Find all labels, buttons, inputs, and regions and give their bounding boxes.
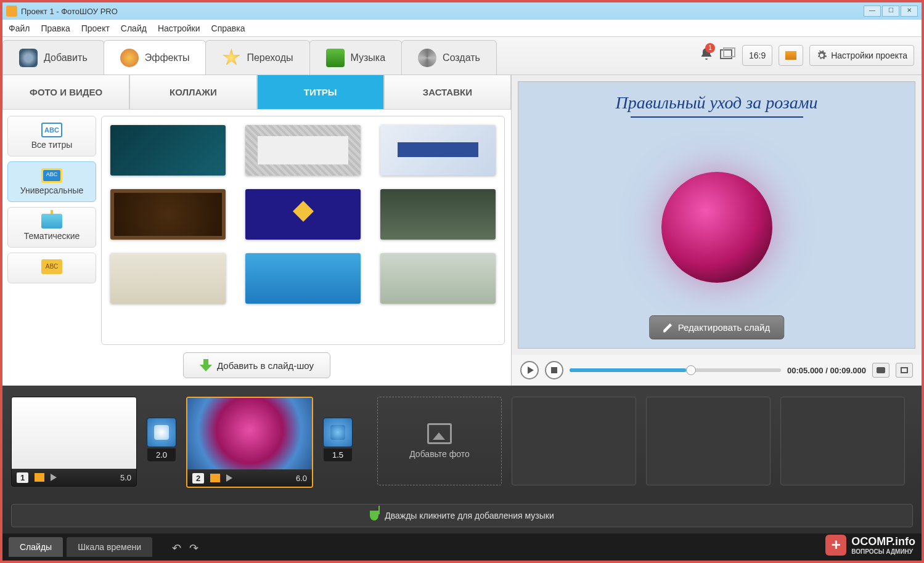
transition-duration[interactable]: 1.5 bbox=[324, 448, 352, 461]
redo-button[interactable]: ↷ bbox=[189, 541, 203, 553]
tab-transitions-label: Переходы bbox=[247, 52, 293, 63]
empty-slot[interactable] bbox=[646, 397, 771, 485]
subtab-splash[interactable]: ЗАСТАВКИ bbox=[384, 75, 511, 110]
category-more[interactable]: ABC bbox=[7, 253, 96, 283]
tab-effects[interactable]: Эффекты bbox=[104, 40, 206, 75]
edit-icon[interactable] bbox=[210, 474, 220, 482]
template-thumb[interactable] bbox=[380, 125, 496, 176]
slide-duration[interactable]: 6.0 bbox=[296, 474, 307, 483]
slide-duration[interactable]: 5.0 bbox=[120, 473, 131, 482]
subtab-photo-video[interactable]: ФОТО И ВИДЕО bbox=[2, 75, 129, 110]
bottom-bar: Слайды Шкала времени ↶ ↷ bbox=[2, 533, 922, 561]
edit-icon[interactable] bbox=[35, 473, 44, 482]
palette-icon bbox=[120, 49, 139, 67]
edit-slide-button[interactable]: Редактировать слайд bbox=[649, 315, 785, 339]
slide-thumb bbox=[187, 398, 312, 469]
slide-thumb bbox=[12, 397, 136, 469]
right-toolbar: 1 16:9 Настройки проекта bbox=[496, 36, 922, 75]
template-thumb[interactable] bbox=[245, 253, 361, 304]
time-display: 00:05.000 / 00:09.000 bbox=[787, 366, 866, 375]
play-button[interactable] bbox=[520, 361, 539, 379]
minimize-button[interactable]: — bbox=[864, 6, 881, 17]
timeline-slide[interactable]: 1 5.0 bbox=[11, 397, 137, 487]
transition-duration[interactable]: 2.0 bbox=[147, 448, 176, 461]
fullscreen-button[interactable] bbox=[896, 363, 913, 378]
reel-icon bbox=[418, 49, 436, 67]
undo-button[interactable]: ↶ bbox=[172, 541, 186, 553]
pencil-icon bbox=[663, 323, 673, 333]
sub-tabs: ФОТО И ВИДЕО КОЛЛАЖИ ТИТРЫ ЗАСТАВКИ bbox=[2, 75, 511, 110]
preview-pane: Правильный уход за розами Редактировать … bbox=[512, 75, 922, 386]
star-icon bbox=[222, 49, 240, 67]
transition-icon bbox=[154, 425, 169, 440]
gallery-button[interactable] bbox=[720, 47, 736, 63]
menu-help[interactable]: Справка bbox=[211, 23, 245, 33]
main-tabs: Добавить Эффекты Переходы Музыка Создать… bbox=[2, 37, 922, 75]
category-list: ABCВсе титры Универсальные Тематические … bbox=[2, 110, 101, 345]
watermark-badge-icon: + bbox=[825, 535, 846, 556]
category-all-titles[interactable]: ABCВсе титры bbox=[7, 116, 96, 156]
watermark-subtitle: ВОПРОСЫ АДМИНУ bbox=[851, 548, 915, 555]
watermark-title: OCOMP.info bbox=[851, 535, 915, 548]
add-photo-placeholder[interactable]: Добавьте фото bbox=[377, 397, 502, 485]
tab-create[interactable]: Создать bbox=[401, 40, 497, 75]
gear-icon bbox=[816, 50, 827, 61]
close-button[interactable]: ✕ bbox=[901, 6, 918, 17]
add-photo-label: Добавьте фото bbox=[409, 449, 470, 459]
camera-icon bbox=[877, 367, 885, 373]
preview-title: Правильный уход за розами bbox=[518, 93, 915, 118]
stop-button[interactable] bbox=[545, 361, 563, 379]
image-icon bbox=[427, 423, 452, 444]
template-thumb[interactable] bbox=[245, 189, 361, 240]
tab-music[interactable]: Музыка bbox=[309, 40, 403, 75]
menu-edit[interactable]: Правка bbox=[41, 23, 70, 33]
notifications-button[interactable]: 1 bbox=[699, 47, 714, 64]
template-thumb[interactable] bbox=[110, 125, 226, 176]
player-controls: 00:05.000 / 00:09.000 bbox=[512, 355, 922, 386]
template-thumb[interactable] bbox=[380, 253, 496, 304]
project-settings-button[interactable]: Настройки проекта bbox=[809, 45, 914, 66]
menu-bar: Файл Правка Проект Слайд Настройки Справ… bbox=[2, 20, 922, 37]
menu-file[interactable]: Файл bbox=[9, 23, 30, 33]
template-thumb[interactable] bbox=[380, 189, 496, 240]
menu-slide[interactable]: Слайд bbox=[121, 23, 147, 33]
transition-card[interactable]: 1.5 bbox=[323, 418, 353, 447]
background-button[interactable] bbox=[779, 45, 803, 66]
category-thematic[interactable]: Тематические bbox=[7, 207, 96, 248]
title-templates-grid[interactable] bbox=[101, 116, 505, 345]
edit-slide-label: Редактировать слайд bbox=[678, 322, 771, 333]
subtab-titles[interactable]: ТИТРЫ bbox=[257, 75, 384, 110]
template-thumb[interactable] bbox=[110, 189, 226, 240]
music-track[interactable]: Дважды кликните для добавления музыки bbox=[11, 504, 913, 527]
timeline-slide-selected[interactable]: 2 6.0 bbox=[186, 397, 313, 488]
tab-add[interactable]: Добавить bbox=[2, 40, 104, 75]
progress-bar[interactable] bbox=[570, 368, 781, 372]
empty-slot[interactable] bbox=[780, 397, 905, 485]
abc-icon: ABC bbox=[41, 123, 62, 137]
slide-number: 2 bbox=[192, 473, 204, 484]
transition-icon bbox=[330, 425, 345, 440]
gallery-icon bbox=[720, 47, 736, 61]
play-icon bbox=[528, 367, 534, 374]
maximize-button[interactable]: ☐ bbox=[882, 6, 899, 17]
snapshot-button[interactable] bbox=[872, 363, 889, 378]
template-thumb[interactable] bbox=[110, 253, 226, 304]
progress-knob[interactable] bbox=[686, 365, 696, 375]
slides-row[interactable]: 1 5.0 2.0 2 6.0 1.5 Добавьте фото bbox=[11, 397, 913, 498]
category-universal[interactable]: Универсальные bbox=[7, 161, 96, 202]
preview-canvas[interactable]: Правильный уход за розами Редактировать … bbox=[518, 81, 915, 349]
tab-transitions[interactable]: Переходы bbox=[205, 40, 309, 75]
subtab-collages[interactable]: КОЛЛАЖИ bbox=[129, 75, 256, 110]
add-to-slideshow-button[interactable]: Добавить в слайд-шоу bbox=[183, 352, 330, 378]
menu-settings[interactable]: Настройки bbox=[158, 23, 200, 33]
sound-icon[interactable] bbox=[226, 474, 232, 482]
bottomtab-timeline[interactable]: Шкала времени bbox=[67, 537, 152, 557]
empty-slot[interactable] bbox=[512, 397, 636, 485]
watermark: + OCOMP.info ВОПРОСЫ АДМИНУ bbox=[825, 535, 915, 556]
transition-card[interactable]: 2.0 bbox=[147, 418, 176, 447]
template-thumb[interactable] bbox=[245, 125, 361, 176]
aspect-button[interactable]: 16:9 bbox=[742, 45, 772, 66]
menu-project[interactable]: Проект bbox=[81, 23, 110, 33]
sound-icon[interactable] bbox=[51, 474, 57, 481]
bottomtab-slides[interactable]: Слайды bbox=[9, 537, 63, 557]
